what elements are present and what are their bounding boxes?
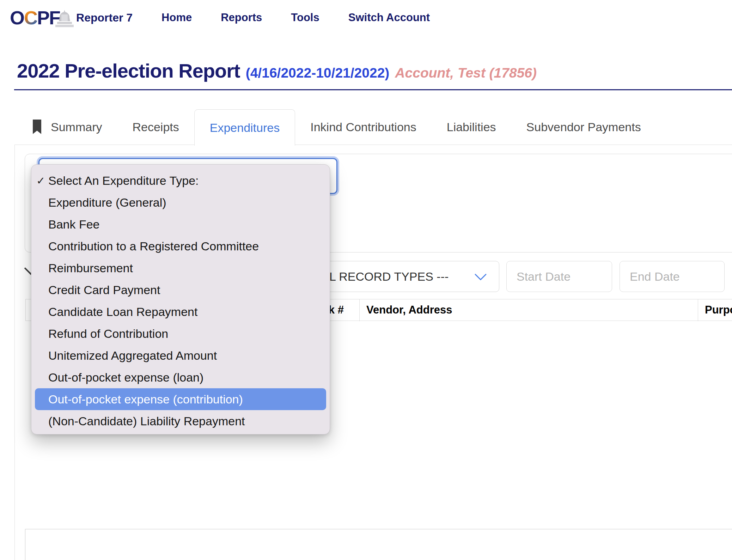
nav-link-home[interactable]: Home (161, 11, 192, 24)
menu-item-select-expenditure-type[interactable]: ✓ Select An Expenditure Type: (31, 170, 330, 191)
report-tabs: Summary Receipts Expenditures Inkind Con… (17, 109, 656, 145)
report-title-row: 2022 Pre-election Report (4/16/2022-10/2… (17, 59, 537, 82)
column-divider (359, 299, 360, 321)
menu-item-credit-card-payment[interactable]: Credit Card Payment (31, 279, 330, 301)
tab-summary[interactable]: Summary (17, 109, 117, 145)
top-navigation: OCPF Reporter 7 Home Reports Tools Switc… (10, 0, 430, 35)
tab-inkind-contributions[interactable]: Inkind Contributions (295, 109, 432, 145)
menu-item-contribution-registered-committee[interactable]: Contribution to a Registered Committee (31, 235, 330, 257)
chevron-down-icon (474, 273, 487, 281)
menu-item-candidate-loan-repayment[interactable]: Candidate Loan Repayment (31, 301, 330, 323)
bottom-content-box (25, 529, 732, 560)
nav-link-reports[interactable]: Reports (221, 11, 262, 24)
column-header-vendor-address: Vendor, Address (366, 299, 452, 321)
page-title: 2022 Pre-election Report (17, 59, 240, 82)
tab-label: Receipts (132, 120, 179, 134)
tab-label: Liabilities (447, 120, 496, 134)
ocpf-logo[interactable]: OCPF Reporter 7 (10, 7, 133, 28)
nav-link-tools[interactable]: Tools (291, 11, 319, 24)
brand-reporter-7: Reporter 7 (76, 11, 133, 24)
menu-item-refund-of-contribution[interactable]: Refund of Contribution (31, 323, 330, 345)
start-date-input[interactable] (506, 261, 612, 292)
account-name: Account, Test (17856) (395, 65, 537, 81)
menu-item-expenditure-general[interactable]: Expenditure (General) (31, 191, 330, 213)
tab-label: Subvendor Payments (526, 120, 641, 134)
end-date-input[interactable] (620, 261, 725, 292)
tab-liabilities[interactable]: Liabilities (432, 109, 511, 145)
column-divider (698, 299, 698, 321)
ocpf-logo-text: OCPF (10, 8, 60, 27)
menu-item-bank-fee[interactable]: Bank Fee (31, 213, 330, 235)
ocpf-reporter-page: OCPF Reporter 7 Home Reports Tools Switc… (0, 0, 732, 560)
menu-item-reimbursement[interactable]: Reimbursement (31, 257, 330, 279)
tab-expenditures[interactable]: Expenditures (194, 109, 295, 146)
tab-label: Summary (51, 120, 102, 134)
checkmark-icon: ✓ (36, 175, 45, 187)
column-header-purpose: Purpose (705, 299, 732, 321)
tab-label: Expenditures (210, 121, 280, 135)
menu-item-out-of-pocket-loan[interactable]: Out-of-pocket expense (loan) (31, 366, 330, 388)
menu-item-unitemized-aggregated-amount[interactable]: Unitemized Aggregated Amount (31, 345, 330, 366)
nav-link-switch-account[interactable]: Switch Account (348, 11, 430, 24)
expenditure-type-dropdown-menu: ✓ Select An Expenditure Type: Expenditur… (31, 164, 330, 434)
menu-item-out-of-pocket-contribution[interactable]: Out-of-pocket expense (contribution) (35, 388, 326, 410)
panel-left-border (14, 145, 15, 560)
title-divider (14, 89, 732, 90)
bookmark-icon (32, 119, 42, 135)
tab-receipts[interactable]: Receipts (117, 109, 194, 145)
capitol-dome-icon (54, 10, 75, 28)
report-date-range: (4/16/2022-10/21/2022) (246, 65, 390, 81)
tab-subvendor-payments[interactable]: Subvendor Payments (511, 109, 656, 145)
menu-item-non-candidate-liability-repayment[interactable]: (Non-Candidate) Liability Repayment (31, 410, 330, 432)
tab-label: Inkind Contributions (310, 120, 416, 134)
